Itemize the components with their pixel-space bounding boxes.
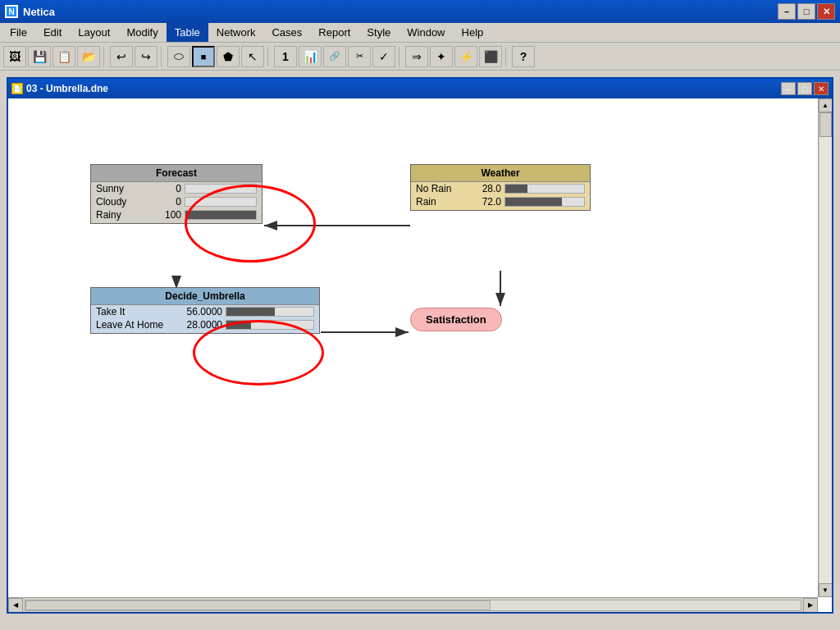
scroll-down-button[interactable]: ▼ [819,583,833,597]
doc-close[interactable]: ✕ [814,82,829,95]
toolbar-arrow-tool[interactable]: ↖ [241,46,264,67]
scroll-thumb-h[interactable] [25,600,491,610]
forecast-cloudy-label: Cloudy [96,196,145,208]
menu-table[interactable]: Table [167,23,208,42]
decide-umbrella-node[interactable]: Decide_Umbrella Take It 56.0000 Leave At… [90,287,320,334]
scroll-right-button[interactable]: ▶ [803,598,818,613]
scroll-track-v[interactable] [819,112,832,583]
toolbar-rect-node[interactable]: ■ [192,46,215,67]
toolbar-sep3 [267,47,271,66]
scroll-thumb-v[interactable] [819,112,832,137]
forecast-sunny-value: 0 [148,183,181,194]
toolbar-undo[interactable]: ↩ [110,46,133,67]
maximize-button[interactable]: □ [797,3,815,20]
toolbar-open[interactable]: 📂 [77,46,100,67]
menu-window[interactable]: Window [399,23,453,42]
weather-norain-value: 28.0 [468,183,501,194]
toolbar-check[interactable]: ✓ [372,46,395,67]
toolbar-save[interactable]: 💾 [28,46,51,67]
forecast-cloudy-bar [185,197,257,207]
weather-row-rain: Rain 72.0 [411,195,590,208]
toolbar-copy[interactable]: 📋 [52,46,75,67]
weather-norain-bar [504,184,585,194]
toolbar-redo[interactable]: ↪ [135,46,158,67]
weather-row-norain: No Rain 28.0 [411,182,590,195]
toolbar-sep5 [505,47,509,66]
doc-title: 03 - Umbrella.dne [26,83,108,94]
forecast-rainy-bar [185,210,257,220]
toolbar: 🖼 💾 📋 📂 ↩ ↪ ⬭ ■ ⬟ ↖ 1 📊 🔗 ✂ ✓ ⇒ ✦ ⚡ ⬛ ? [0,43,840,71]
menu-help[interactable]: Help [454,23,492,42]
weather-node[interactable]: Weather No Rain 28.0 Rain 72.0 [410,164,591,211]
toolbar-hex-node[interactable]: ⬟ [217,46,240,67]
doc-icon: 📄 [11,83,23,94]
menu-cases[interactable]: Cases [263,23,310,42]
vertical-scrollbar[interactable]: ▲ ▼ [818,98,832,597]
decide-takeit-value: 56.0000 [173,306,222,317]
toolbar-star[interactable]: ✦ [430,46,453,67]
forecast-sunny-bar [185,184,257,194]
toolbar-oval-node[interactable]: ⬭ [167,46,190,67]
doc-window: 📄 03 - Umbrella.dne – □ ✕ [7,77,833,614]
decide-leavehome-label: Leave At Home [96,319,170,331]
scroll-track-h[interactable] [25,600,801,611]
forecast-header: Forecast [91,165,262,182]
decide-takeit-bar [226,307,314,317]
doc-title-bar: 📄 03 - Umbrella.dne – □ ✕ [8,79,832,98]
toolbar-new[interactable]: 🖼 [3,46,26,67]
menu-file[interactable]: File [2,23,35,42]
title-bar-controls: – □ ✕ [778,3,835,20]
satisfaction-label: Satisfaction [426,313,486,326]
forecast-rainy-label: Rainy [96,209,145,221]
forecast-row-cloudy: Cloudy 0 [91,195,262,208]
diagram-area: Forecast Sunny 0 Cloudy 0 [8,98,818,597]
toolbar-sep2 [161,47,164,66]
forecast-row-sunny: Sunny 0 [91,182,262,195]
decide-leavehome-bar [226,320,314,330]
menu-bar: File Edit Layout Modify Table Network Ca… [0,23,840,43]
satisfaction-node[interactable]: Satisfaction [410,308,502,331]
menu-style[interactable]: Style [358,23,399,42]
app-icon: N [5,5,18,18]
main-area: 📄 03 - Umbrella.dne – □ ✕ [0,71,840,630]
weather-rain-value: 72.0 [468,196,501,208]
forecast-rainy-value: 100 [148,209,181,221]
menu-modify[interactable]: Modify [118,23,166,42]
toolbar-link[interactable]: 🔗 [323,46,346,67]
toolbar-arrow-right[interactable]: ⇒ [405,46,428,67]
toolbar-compile[interactable]: ✂ [348,46,371,67]
weather-norain-label: No Rain [416,183,465,194]
menu-layout[interactable]: Layout [70,23,118,42]
minimize-button[interactable]: – [778,3,796,20]
toolbar-sep1 [103,47,107,66]
horizontal-scrollbar[interactable]: ◀ ▶ [8,597,818,612]
decide-leavehome-value: 28.0000 [173,319,222,331]
scroll-up-button[interactable]: ▲ [819,98,833,112]
weather-header: Weather [411,165,590,182]
menu-network[interactable]: Network [208,23,264,42]
toolbar-lightning[interactable]: ⚡ [454,46,477,67]
doc-content: Forecast Sunny 0 Cloudy 0 [8,98,832,612]
forecast-sunny-label: Sunny [96,183,145,194]
weather-rain-label: Rain [416,196,465,208]
forecast-cloudy-value: 0 [148,196,181,208]
doc-minimize[interactable]: – [781,82,796,95]
doc-maximize[interactable]: □ [797,82,812,95]
decide-row-leavehome: Leave At Home 28.0000 [91,318,319,331]
decide-row-takeit: Take It 56.0000 [91,305,319,318]
weather-rain-bar [504,197,585,207]
menu-edit[interactable]: Edit [35,23,70,42]
decide-header: Decide_Umbrella [91,288,319,305]
decide-takeit-label: Take It [96,306,170,317]
menu-report[interactable]: Report [310,23,358,42]
toolbar-chart[interactable]: 📊 [299,46,322,67]
title-bar: N Netica – □ ✕ [0,0,840,23]
scroll-left-button[interactable]: ◀ [8,598,23,613]
toolbar-help[interactable]: ? [512,46,535,67]
close-button[interactable]: ✕ [817,3,835,20]
forecast-node[interactable]: Forecast Sunny 0 Cloudy 0 [90,164,262,224]
toolbar-red[interactable]: ⬛ [479,46,502,67]
doc-controls: – □ ✕ [781,82,829,95]
app-title: Netica [23,6,55,18]
toolbar-num[interactable]: 1 [274,46,297,67]
